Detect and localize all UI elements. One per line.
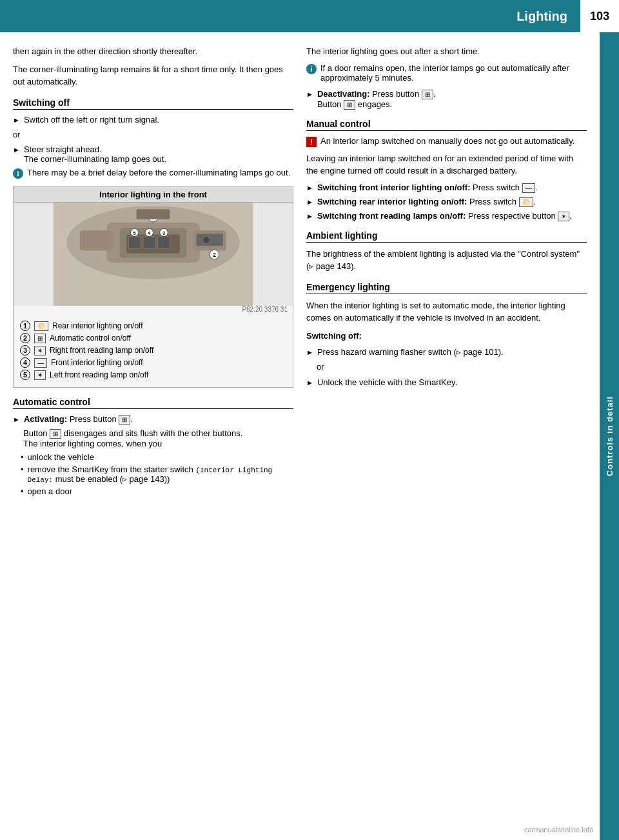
svg-rect-6 xyxy=(143,237,155,249)
watermark: carmanualsonline.info xyxy=(524,826,593,834)
right-reading-btn-icon: ✶ xyxy=(34,346,46,355)
page-number: 103 xyxy=(580,0,619,32)
switch-front-text: Switching front interior lighting on/off… xyxy=(317,183,537,193)
activating-label: Activating: xyxy=(24,414,67,424)
activating-text: Activating: Press button ⊞. xyxy=(24,414,133,425)
svg-text:2: 2 xyxy=(213,252,216,258)
page-layout: then again in the other direction shortl… xyxy=(0,32,619,840)
info-door-text: If a door remains open, the interior lam… xyxy=(320,63,587,83)
left-column: then again in the other direction shortl… xyxy=(13,45,293,827)
info-text-delay: There may be a brief delay before the co… xyxy=(27,168,290,177)
legend-text-2: Automatic control on/off xyxy=(50,334,131,343)
emergency-text: When the interior lighting is set to aut… xyxy=(306,299,587,325)
auto-control-btn-2: ⊞ xyxy=(50,429,61,439)
unlock-item: ► Unlock the vehicle with the SmartKey. xyxy=(306,377,587,387)
bullet-dot-2: • xyxy=(21,465,24,484)
bullet-dot-1: • xyxy=(21,452,24,462)
sidebar: Controls in detail xyxy=(600,32,619,840)
legend-item-4: 4 — Front interior lighting on/off xyxy=(20,357,286,368)
header-title: Lighting xyxy=(0,9,580,24)
interior-svg: 5 4 3 2 xyxy=(14,203,293,306)
arrow-icon-3: ► xyxy=(13,415,20,423)
svg-point-16 xyxy=(203,237,210,243)
switch-off-item-1: ► Switch off the left or right turn sign… xyxy=(13,115,293,125)
automatic-control-heading: Automatic control xyxy=(13,397,293,409)
svg-rect-7 xyxy=(158,237,170,249)
legend-text-4: Front interior lighting on/off xyxy=(51,358,143,367)
warn-block: ! An interior lamp switched on manually … xyxy=(306,136,587,147)
switch-off-item-2: ► Steer straight ahead. The corner-illum… xyxy=(13,145,293,164)
button-desc: Button ⊞ disengages and sits flush with … xyxy=(23,428,293,448)
legend-num-5: 5 xyxy=(20,370,30,380)
arrow-icon-2: ► xyxy=(13,146,20,154)
svg-rect-22 xyxy=(137,209,170,219)
or-text: or xyxy=(13,128,293,141)
switch-off-text-2: Steer straight ahead. The corner-illumin… xyxy=(24,145,166,164)
arrow-icon-1: ► xyxy=(13,116,20,124)
or-text-2: or xyxy=(317,361,587,374)
bullet-text-2: remove the SmartKey from the starter swi… xyxy=(28,465,293,484)
deactivating-item: ► Deactivating: Press button ⊞. Button ⊞… xyxy=(306,89,587,110)
switch-front-item: ► Switching front interior lighting on/o… xyxy=(306,183,587,193)
deactivating-text: Deactivating: Press button ⊞. Button ⊞ e… xyxy=(317,89,435,110)
front-btn-icon: — xyxy=(34,358,47,368)
sidebar-label: Controls in detail xyxy=(605,396,614,476)
legend-list: 1 🌕 Rear interior lighting on/off 2 ⊞ Au… xyxy=(14,315,293,387)
legend-item-5: 5 ✶ Left front reading lamp on/off xyxy=(20,370,286,380)
bullet-item-3: • open a door xyxy=(21,486,293,496)
hazard-item: ► Press hazard warning flasher switch (▹… xyxy=(306,347,587,357)
info-block-door: i If a door remains open, the interior l… xyxy=(306,63,587,83)
info-icon-1: i xyxy=(13,168,23,179)
legend-text-5: Left front reading lamp on/off xyxy=(50,370,148,379)
switch-reading-item: ► Switching front reading lamps on/off: … xyxy=(306,211,587,221)
deact-btn: ⊞ xyxy=(422,90,433,99)
legend-text-3: Right front reading lamp on/off xyxy=(50,346,153,355)
short-time-text: The interior lighting goes out after a s… xyxy=(306,45,587,58)
svg-rect-5 xyxy=(128,237,141,249)
legend-text-1: Rear interior lighting on/off xyxy=(52,321,143,330)
ambient-text: The brightness of the ambient lighting i… xyxy=(306,248,587,273)
left-reading-btn-icon: ✶ xyxy=(34,370,46,380)
switch-front-label: Switching front interior lighting on/off… xyxy=(317,183,471,192)
bullet-item-1: • unlock the vehicle xyxy=(21,452,293,462)
arrow-icon-6: ► xyxy=(306,198,313,206)
info-block-delay: i There may be a brief delay before the … xyxy=(13,168,293,179)
bullet-dot-3: • xyxy=(21,486,24,496)
switch-rear-icon: 🌕 xyxy=(519,197,533,207)
bullet-text-3: open a door xyxy=(28,486,72,496)
warn-text: An interior lamp switched on manually do… xyxy=(320,136,575,146)
info-icon-2: i xyxy=(306,64,317,74)
switch-rear-text: Switching rear interior lighting on/off:… xyxy=(317,197,535,207)
switching-off-heading: Switching off xyxy=(13,97,293,110)
manual-para: Leaving an interior lamp switched on for… xyxy=(306,152,587,177)
switching-off-bold: Switching off: xyxy=(306,331,362,341)
svg-rect-19 xyxy=(80,230,113,250)
legend-num-3: 3 xyxy=(20,345,30,355)
page-header: Lighting 103 xyxy=(0,0,619,32)
interior-box-title: Interior lighting in the front xyxy=(14,187,293,203)
bullet-item-2: • remove the SmartKey from the starter s… xyxy=(21,465,293,484)
intro-para-1: then again in the other direction shortl… xyxy=(13,45,293,58)
switch-front-icon: — xyxy=(522,183,535,193)
legend-item-3: 3 ✶ Right front reading lamp on/off xyxy=(20,345,286,355)
arrow-icon-7: ► xyxy=(306,212,313,220)
switch-reading-label: Switching front reading lamps on/off: xyxy=(317,211,466,221)
main-content: then again in the other direction shortl… xyxy=(0,32,600,840)
warn-icon: ! xyxy=(306,137,317,147)
bullet-text-1: unlock the vehicle xyxy=(28,452,94,462)
svg-text:5: 5 xyxy=(133,230,136,236)
deactivating-label: Deactivating: xyxy=(317,89,370,99)
interior-lighting-box: Interior lighting in the front xyxy=(13,186,293,388)
hazard-text: Press hazard warning flasher switch (▹ p… xyxy=(317,347,504,357)
arrow-icon-5: ► xyxy=(306,184,313,192)
reading-btn-icon: ✶ xyxy=(558,212,569,221)
manual-control-heading: Manual control xyxy=(306,119,587,131)
emergency-lighting-heading: Emergency lighting xyxy=(306,282,587,294)
activating-item: ► Activating: Press button ⊞. xyxy=(13,414,293,425)
unlock-text: Unlock the vehicle with the SmartKey. xyxy=(317,377,457,387)
auto-control-btn: ⊞ xyxy=(119,415,130,425)
switch-rear-item: ► Switching rear interior lighting on/of… xyxy=(306,197,587,207)
intro-para-2: The corner-illuminating lamp remains lit… xyxy=(13,63,293,88)
deact-btn-2: ⊞ xyxy=(344,100,355,110)
ambient-lighting-heading: Ambient lighting xyxy=(306,230,587,243)
